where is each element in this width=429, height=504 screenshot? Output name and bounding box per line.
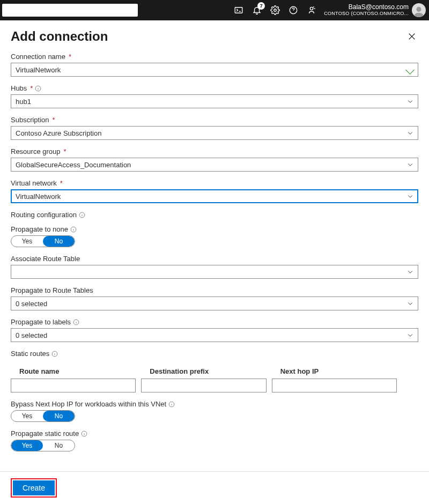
info-icon[interactable]: [79, 212, 85, 218]
topbar-icons: 7: [230, 0, 321, 20]
toggle-yes[interactable]: Yes: [11, 440, 43, 451]
chevron-down-icon: [407, 300, 413, 307]
feedback-icon[interactable]: [302, 0, 321, 20]
bypass-next-hop-toggle[interactable]: Yes No: [11, 410, 75, 422]
info-icon[interactable]: [51, 351, 58, 357]
propagate-none-label: Propagate to none: [11, 225, 68, 233]
svg-rect-0: [235, 8, 242, 13]
chevron-down-icon: [407, 269, 413, 275]
toggle-no[interactable]: No: [43, 440, 75, 451]
footer: Create: [0, 471, 429, 504]
user-account[interactable]: BalaS@contoso.com CONTOSO (CONTOSO.ONMIC…: [324, 3, 429, 17]
col-dest-prefix: Destination prefix: [141, 367, 266, 375]
notification-badge: 7: [257, 2, 265, 10]
notifications-icon[interactable]: 7: [248, 0, 266, 20]
associate-route-table-select[interactable]: [11, 265, 418, 279]
static-routes-header: Route name Destination prefix Next hop I…: [11, 364, 397, 379]
static-routes-row: [11, 379, 397, 392]
toggle-yes[interactable]: Yes: [11, 411, 43, 421]
info-icon[interactable]: [168, 401, 175, 407]
svg-point-3: [310, 7, 313, 10]
panel-header: Add connection: [0, 20, 429, 47]
chevron-down-icon: [407, 161, 413, 168]
propagate-labels-select[interactable]: 0 selected: [11, 328, 418, 342]
required-marker: *: [69, 53, 71, 61]
route-name-input[interactable]: [11, 379, 136, 392]
connection-name-label: Connection name: [11, 53, 65, 61]
svg-point-4: [416, 7, 421, 12]
chevron-down-icon: [407, 130, 413, 136]
chevron-down-icon: [407, 193, 413, 199]
propagate-none-toggle[interactable]: Yes No: [11, 235, 75, 247]
propagate-route-tables-label: Propagate to Route Tables: [11, 286, 93, 294]
avatar: [412, 3, 426, 17]
chevron-down-icon: [407, 98, 413, 105]
search-box[interactable]: [2, 4, 138, 17]
propagate-static-route-toggle[interactable]: Yes No: [11, 440, 75, 451]
create-highlight: Create: [11, 478, 57, 498]
topbar: 7 BalaS@contoso.com CONTOSO (CONTOSO.ONM…: [0, 0, 429, 20]
routing-config-label: Routing configuration: [11, 211, 77, 219]
info-icon[interactable]: [35, 85, 41, 92]
toggle-yes[interactable]: Yes: [11, 236, 43, 247]
static-routes-label: Static routes: [11, 350, 49, 358]
propagate-static-route-label: Propagate static route: [11, 429, 79, 438]
form: Connection name* VirtualNetwork Hubs* hu…: [0, 47, 429, 451]
page-title: Add connection: [11, 29, 108, 44]
col-route-name: Route name: [11, 367, 136, 375]
close-icon[interactable]: [405, 30, 418, 43]
user-email: BalaS@contoso.com: [324, 4, 409, 11]
subscription-select[interactable]: Contoso Azure Subscription: [11, 126, 418, 140]
settings-icon[interactable]: [266, 0, 284, 20]
connection-name-input[interactable]: VirtualNetwork: [11, 63, 418, 77]
user-directory: CONTOSO (CONTOSO.ONMICRO...: [324, 11, 409, 17]
propagate-labels-label: Propagate to labels: [11, 318, 71, 326]
subscription-label: Subscription: [11, 116, 49, 124]
chevron-down-icon: [407, 332, 413, 338]
dest-prefix-input[interactable]: [141, 379, 266, 392]
propagate-route-tables-select[interactable]: 0 selected: [11, 297, 418, 310]
toggle-no[interactable]: No: [43, 236, 75, 247]
bypass-next-hop-label: Bypass Next Hop IP for workloads within …: [11, 400, 166, 408]
info-icon[interactable]: [70, 226, 77, 233]
col-next-hop: Next hop IP: [272, 367, 397, 375]
hubs-label: Hubs: [11, 84, 27, 92]
virtual-network-select[interactable]: VirtualNetwork: [11, 189, 418, 203]
virtual-network-label: Virtual network: [11, 179, 57, 187]
associate-route-table-label: Associate Route Table: [11, 255, 80, 263]
resource-group-label: Resource group: [11, 147, 61, 155]
toggle-no[interactable]: No: [43, 411, 75, 421]
info-icon[interactable]: [73, 319, 79, 325]
create-button[interactable]: Create: [13, 480, 55, 495]
info-icon[interactable]: [81, 431, 87, 437]
hubs-select[interactable]: hub1: [11, 94, 418, 108]
help-icon[interactable]: [284, 0, 302, 20]
svg-point-1: [274, 9, 277, 12]
next-hop-input[interactable]: [272, 379, 397, 392]
resource-group-select[interactable]: GlobalSecureAccess_Documentation: [11, 158, 418, 172]
cloud-shell-icon[interactable]: [230, 0, 248, 20]
